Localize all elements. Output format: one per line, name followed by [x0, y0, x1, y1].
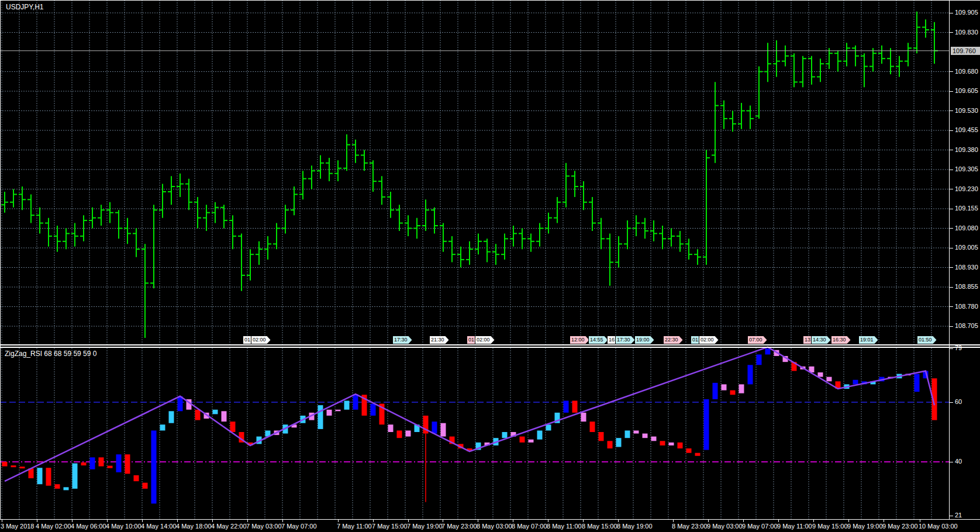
- main-grid: [0, 0, 949, 346]
- time-tick-label: 4 May 02:00: [36, 523, 71, 530]
- time-flag-label: 22:30: [664, 336, 683, 344]
- time-tick-label: 7 May 03:00: [246, 523, 282, 530]
- price-tick-label: 108.780: [955, 303, 978, 310]
- time-axis-tick: [848, 520, 849, 522]
- time-tick-label: 4 May 10:00: [106, 523, 142, 530]
- price-axis-tick: [950, 228, 953, 229]
- time-axis-tick: [884, 520, 884, 522]
- price-tick-label: 109.305: [955, 165, 978, 172]
- time-axis-tick: [107, 520, 108, 522]
- time-tick-label: 8 May 19:00: [617, 523, 653, 530]
- price-axis-tick: [950, 306, 953, 307]
- time-tick-label: 4 May 06:00: [71, 523, 106, 530]
- time-tick-label: 8 May 07:00: [512, 523, 547, 530]
- price-axis-tick: [950, 150, 953, 150]
- price-tick-label: 108.855: [955, 283, 978, 290]
- time-tick-label: 9 May 11:00: [777, 523, 812, 530]
- time-axis-tick: [373, 520, 374, 522]
- time-axis-tick: [443, 520, 443, 522]
- time-tick-label: 9 May 15:00: [812, 523, 848, 530]
- main-chart-pane[interactable]: USDJPY,H1: [0, 0, 949, 346]
- price-tick-label: 109.605: [955, 87, 978, 94]
- time-axis-tick: [813, 520, 814, 522]
- indicator-canvas: [0, 346, 949, 519]
- price-axis-tick: [950, 32, 953, 33]
- time-axis-tick: [212, 520, 213, 522]
- indicator-tick-label: 40: [955, 458, 962, 465]
- time-tick-label: 9 May 19:00: [847, 523, 883, 530]
- time-axis-tick: [743, 520, 744, 522]
- indicator-axis-tick: [950, 402, 953, 403]
- time-tick-label: 9 May 07:00: [742, 523, 778, 530]
- price-axis-tick: [950, 91, 953, 92]
- time-tick-label: 4 May 22:00: [211, 523, 247, 530]
- time-axis-tick: [513, 520, 513, 522]
- window-border-left: [0, 0, 1, 519]
- time-axis[interactable]: 3 May 20184 May 02:004 May 06:004 May 10…: [0, 519, 980, 532]
- indicator-label: ZigZag_RSI 68 68 59 59 59 0: [5, 350, 96, 358]
- time-flag-label: 14:30: [812, 336, 831, 344]
- price-tick-label: 108.930: [955, 264, 978, 271]
- indicator-axis-tick: [950, 348, 953, 349]
- window-border-top: [0, 0, 980, 1]
- time-flag-label: 12:00: [570, 336, 589, 344]
- current-price-label: 109.760: [951, 47, 980, 55]
- price-axis-tick: [950, 326, 953, 327]
- price-axis-tick: [950, 267, 953, 268]
- price-axis-tick: [950, 170, 953, 170]
- price-tick-label: 109.680: [955, 68, 978, 75]
- time-tick-label: 7 May 19:00: [407, 523, 443, 530]
- time-tick-label: 7 May 07:00: [281, 523, 317, 530]
- pane-separator[interactable]: [0, 344, 980, 346]
- time-flag-label: 17:30: [616, 336, 635, 344]
- time-tick-label: 4 May 18:00: [176, 523, 212, 530]
- indicator-tick-label: 21: [955, 512, 962, 519]
- time-axis-tick: [408, 520, 409, 522]
- price-tick-label: 109.455: [955, 126, 978, 133]
- time-flag-label: 02:00: [475, 336, 495, 344]
- time-axis-tick: [778, 520, 779, 522]
- indicator-pane[interactable]: ZigZag_RSI 68 68 59 59 59 0: [0, 346, 949, 519]
- indicator-axis-tick: [950, 516, 953, 516]
- time-flag-label: 16:30: [831, 336, 851, 344]
- symbol-timeframe-label: USDJPY,H1: [6, 3, 43, 11]
- time-tick-label: 8 May 11:00: [547, 523, 582, 530]
- time-flag-label: 07:00: [748, 336, 767, 344]
- price-tick-label: 109.530: [955, 107, 978, 114]
- price-tick-label: 109.005: [955, 244, 978, 251]
- price-axis-tick: [950, 130, 953, 131]
- price-chart-canvas: [0, 0, 949, 346]
- price-axis-tick: [950, 110, 953, 111]
- time-tick-label: 9 May 03:00: [707, 523, 743, 530]
- time-axis-tick: [37, 520, 37, 522]
- time-axis-tick: [583, 520, 584, 522]
- time-axis-tick: [673, 520, 674, 522]
- indicator-tick-label: 60: [955, 398, 962, 405]
- price-tick-label: 109.830: [955, 29, 978, 36]
- time-axis-tick: [478, 520, 478, 522]
- price-tick-label: 109.905: [955, 9, 978, 16]
- time-axis-tick: [142, 520, 143, 522]
- time-flag-label: 19:01: [859, 336, 878, 344]
- time-axis-tick: [282, 520, 283, 522]
- time-tick-label: 4 May 14:00: [141, 523, 177, 530]
- time-axis-tick: [548, 520, 548, 522]
- time-axis-tick: [338, 520, 339, 522]
- chart-window: USDJPY,H1 01:02:0017:3021:3001:02:0012:0…: [0, 0, 980, 532]
- time-tick-label: 9 May 23:00: [882, 523, 918, 530]
- time-tick-label: 7 May 15:00: [372, 523, 408, 530]
- time-tick-label: 7 May 23:00: [441, 523, 477, 530]
- time-tick-label: 10 May 03:00: [919, 523, 958, 530]
- time-axis-tick: [618, 520, 619, 522]
- time-axis-tick: [72, 520, 73, 522]
- price-axis-tick: [950, 287, 953, 288]
- time-flag-label: 01:50: [917, 336, 937, 344]
- time-tick-label: 3 May 2018: [1, 523, 34, 530]
- time-tick-label: 8 May 23:00: [672, 523, 708, 530]
- price-tick-label: 109.230: [955, 185, 978, 192]
- price-axis-tick: [950, 71, 953, 72]
- price-tick-label: 109.155: [955, 205, 978, 212]
- time-axis-tick: [2, 520, 2, 522]
- price-axis[interactable]: 109.905109.830109.680109.605109.530109.4…: [949, 0, 980, 519]
- indicator-grid: [2, 348, 931, 519]
